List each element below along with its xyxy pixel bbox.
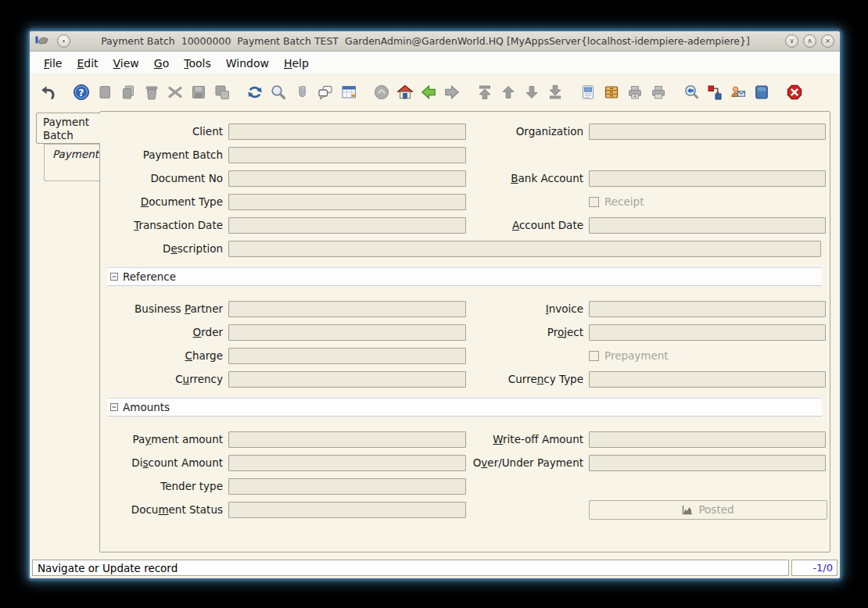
- account-date-input[interactable]: [589, 217, 826, 234]
- document-no-input[interactable]: [228, 170, 466, 187]
- form-panel: Client Organization Payment Batch Docume…: [99, 111, 830, 553]
- statusbar: Navigate or Update record -1/0: [30, 559, 840, 578]
- delete-selection-icon: [165, 82, 185, 102]
- write-off-amount-input[interactable]: [589, 431, 826, 448]
- delete-record-icon: [142, 82, 162, 102]
- titlebar[interactable]: Payment Batch 10000000 Payment Batch TES…: [30, 31, 840, 52]
- prepayment-checkbox: [589, 351, 599, 361]
- print-preview-icon: [625, 82, 645, 102]
- discount-amount-input[interactable]: [228, 455, 466, 471]
- description-input[interactable]: [228, 241, 821, 257]
- bank-account-label: Bank Account: [466, 172, 589, 184]
- window-menu-button[interactable]: [57, 34, 70, 48]
- app-window: Payment Batch 10000000 Payment Batch TES…: [28, 30, 841, 580]
- attachment-icon[interactable]: [292, 82, 312, 102]
- product-info-icon[interactable]: [751, 82, 772, 102]
- grid-toggle-icon[interactable]: [339, 82, 359, 102]
- zoom-across-icon[interactable]: [681, 82, 701, 102]
- window-title: Payment Batch 10000000 Payment Batch TES…: [70, 35, 780, 47]
- payment-batch-input[interactable]: [228, 147, 466, 163]
- close-button[interactable]: ×: [821, 34, 834, 48]
- transaction-date-input[interactable]: [228, 217, 466, 234]
- reference-section-header[interactable]: Reference: [107, 267, 822, 286]
- requests-icon[interactable]: [728, 82, 748, 102]
- menu-help[interactable]: Help: [282, 55, 311, 71]
- currency-type-input[interactable]: [589, 371, 826, 388]
- tender-type-input[interactable]: [228, 478, 466, 495]
- row-documenttype-receipt: Document Type Receipt: [107, 190, 822, 213]
- currency-type-label: Currency Type: [466, 373, 589, 385]
- bank-account-input[interactable]: [589, 170, 826, 187]
- menu-view[interactable]: View: [111, 55, 142, 71]
- menu-file[interactable]: File: [41, 55, 64, 71]
- collapse-icon: [110, 403, 118, 411]
- workflow-icon[interactable]: [705, 82, 725, 102]
- receipt-checkbox-group: Receipt: [589, 195, 826, 208]
- svg-text:?: ?: [78, 87, 84, 98]
- toolbar: ?: [30, 75, 840, 109]
- refresh-icon[interactable]: [245, 82, 265, 102]
- row-charge-prepayment: Charge Prepayment: [107, 344, 822, 367]
- over-under-payment-input[interactable]: [589, 455, 826, 471]
- row-transaction-account-date: Transaction Date Account Date: [107, 213, 822, 237]
- payment-amount-label: Payment amount: [107, 433, 228, 445]
- forward-icon: [442, 82, 462, 102]
- app-icon: [35, 34, 49, 48]
- invoice-label: Invoice: [466, 302, 589, 315]
- find-icon[interactable]: [268, 82, 289, 102]
- document-type-input[interactable]: [228, 194, 466, 210]
- amounts-section-header[interactable]: Amounts: [107, 398, 822, 417]
- maximize-button[interactable]: ∧: [803, 34, 816, 48]
- business-partner-label: Business Partner: [107, 302, 228, 315]
- discount-amount-label: Discount Amount: [107, 456, 228, 469]
- menu-window[interactable]: Window: [224, 55, 271, 71]
- undo-icon[interactable]: [38, 82, 59, 102]
- tab-payment-batch[interactable]: Payment Batch: [36, 113, 100, 144]
- row-documentstatus-posted: Document Status Posted: [107, 498, 822, 521]
- menu-tools[interactable]: Tools: [181, 55, 213, 71]
- shade-button[interactable]: ∨: [785, 34, 798, 48]
- chat-icon[interactable]: [315, 82, 335, 102]
- row-client-organization: Client Organization: [107, 120, 822, 143]
- row-paymentamount-writeoff: Payment amount Write-off Amount: [107, 427, 822, 451]
- exit-icon[interactable]: [784, 82, 805, 102]
- content-area: Payment Batch Payment Client Organizatio…: [30, 109, 840, 559]
- currency-input[interactable]: [228, 371, 466, 388]
- home-icon[interactable]: [395, 82, 415, 102]
- payment-amount-input[interactable]: [228, 431, 466, 448]
- charge-input[interactable]: [228, 348, 466, 364]
- charge-label: Charge: [107, 349, 228, 362]
- tab-payment[interactable]: Payment: [44, 144, 100, 181]
- menubar: File Edit View Go Tools Window Help: [30, 52, 840, 75]
- client-input[interactable]: [228, 123, 466, 140]
- document-type-label: Document Type: [107, 195, 228, 208]
- organization-input[interactable]: [589, 123, 826, 140]
- row-description: Description: [107, 237, 822, 260]
- last-record-icon: [545, 82, 565, 102]
- invoice-input[interactable]: [589, 301, 826, 317]
- order-input[interactable]: [228, 324, 466, 341]
- payment-batch-label: Payment Batch: [107, 148, 228, 161]
- tender-type-label: Tender type: [107, 480, 228, 492]
- save-and-create-icon: [212, 82, 232, 102]
- document-status-input[interactable]: [228, 502, 466, 518]
- status-message: Navigate or Update record: [32, 560, 789, 576]
- help-icon[interactable]: ?: [71, 82, 91, 102]
- row-bpartner-invoice: Business Partner Invoice: [107, 297, 822, 320]
- report-icon[interactable]: [578, 82, 598, 102]
- receipt-label: Receipt: [604, 195, 644, 208]
- archive-icon[interactable]: [601, 82, 622, 102]
- client-label: Client: [107, 125, 228, 138]
- account-date-label: Account Date: [466, 219, 589, 231]
- menu-go[interactable]: Go: [152, 55, 171, 71]
- posted-button-label: Posted: [698, 503, 733, 516]
- copy-record-icon: [118, 82, 138, 102]
- row-order-project: Order Project: [107, 320, 822, 344]
- menu-edit[interactable]: Edit: [74, 55, 100, 71]
- row-documentno-bankaccount: Document No Bank Account: [107, 166, 822, 190]
- back-icon[interactable]: [418, 82, 439, 102]
- save-record-icon: [188, 82, 209, 102]
- business-partner-input[interactable]: [228, 301, 466, 317]
- project-input[interactable]: [589, 324, 826, 341]
- row-currency-currencytype: Currency Currency Type: [107, 367, 822, 391]
